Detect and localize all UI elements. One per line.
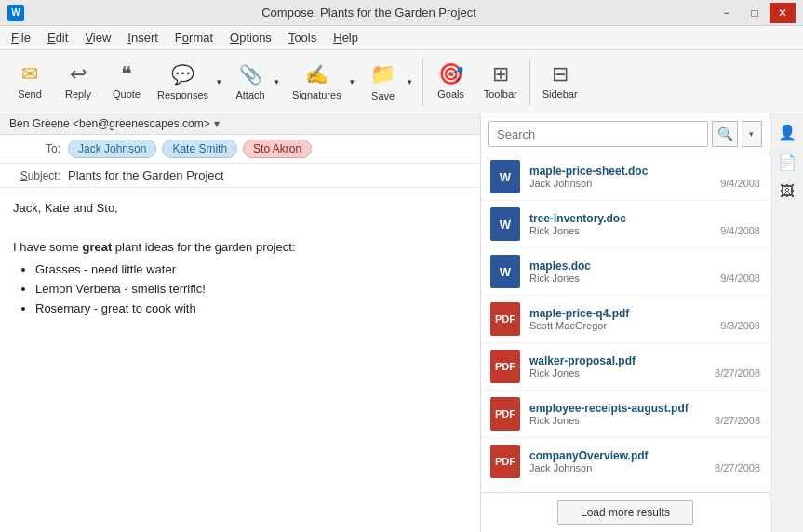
menu-file[interactable]: File: [4, 28, 38, 47]
file-name: maples.doc: [529, 259, 760, 273]
file-item[interactable]: PDFcompanyOverview.pdfJack Johnson8/27/2…: [481, 438, 770, 485]
file-item[interactable]: Wmaples.docRick Jones9/4/2008: [481, 248, 770, 296]
toolbar: ✉ Send ↩ Reply ❝ Quote 💬 Responses ▾ 📎 A…: [0, 50, 803, 113]
body-greeting: Jack, Kate and Sto,: [13, 199, 467, 219]
search-dropdown-button[interactable]: ▾: [742, 121, 762, 147]
file-item[interactable]: PDFwalker-proposal.pdfRick Jones8/27/200…: [481, 343, 770, 391]
file-author: Jack Johnson: [529, 178, 592, 189]
save-split-button: 📁 Save ▾: [363, 55, 417, 109]
reply-icon: ↩: [70, 64, 87, 85]
file-type-icon: W: [490, 207, 520, 241]
menu-insert[interactable]: Insert: [120, 28, 166, 47]
file-type-icon: PDF: [490, 397, 520, 431]
signatures-icon: ✍: [305, 63, 328, 86]
file-name: maple-price-q4.pdf: [529, 307, 760, 320]
subject-row: Subject:: [0, 164, 480, 188]
menu-help[interactable]: Help: [326, 28, 366, 47]
attach-split-button: 📎 Attach ▾: [230, 55, 284, 109]
side-image-button[interactable]: 🖼: [773, 179, 801, 205]
goals-icon: 🎯: [438, 64, 463, 85]
signatures-split-button: ✍ Signatures ▾: [288, 55, 359, 109]
file-date: 9/3/2008: [720, 320, 760, 331]
titlebar: W Compose: Plants for the Garden Project…: [0, 0, 803, 26]
reply-button[interactable]: ↩ Reply: [56, 55, 100, 109]
close-button[interactable]: ✕: [770, 3, 796, 23]
list-item: Grasses - need little water: [35, 260, 467, 280]
subject-input[interactable]: [68, 168, 471, 182]
file-author: Rick Jones: [529, 273, 580, 284]
search-input[interactable]: [488, 121, 708, 147]
body-intro: I have some great plant ideas for the ga…: [13, 238, 467, 258]
file-item[interactable]: PDFemployee-receipts-august.pdfRick Jone…: [481, 391, 770, 438]
signatures-button[interactable]: ✍ Signatures: [288, 55, 346, 109]
signatures-dropdown-arrow[interactable]: ▾: [346, 55, 359, 109]
file-name: walker-proposal.pdf: [529, 354, 760, 367]
send-button[interactable]: ✉ Send: [7, 55, 52, 109]
save-dropdown-arrow[interactable]: ▾: [404, 55, 417, 109]
file-date: 8/27/2008: [715, 462, 760, 473]
menu-tools[interactable]: Tools: [281, 28, 324, 47]
menu-options[interactable]: Options: [222, 28, 279, 47]
save-button[interactable]: 📁 Save: [363, 55, 404, 109]
file-type-icon: W: [490, 160, 520, 193]
toolbar-icon: ⊞: [492, 64, 509, 85]
file-list: Wmaple-price-sheet.docJack Johnson9/4/20…: [481, 153, 770, 492]
recipient-chip-jack[interactable]: Jack Johnson: [68, 140, 156, 158]
menu-view[interactable]: View: [77, 28, 118, 47]
recipient-chip-kate[interactable]: Kate Smith: [162, 140, 237, 158]
side-icons: 👤 📄 🖼: [770, 113, 803, 532]
quote-button[interactable]: ❝ Quote: [104, 55, 149, 109]
file-name: companyOverview.pdf: [529, 449, 760, 462]
sender-dropdown[interactable]: ▾: [214, 117, 220, 130]
goals-button[interactable]: 🎯 Goals: [429, 55, 474, 109]
right-panel: 🔍 ▾ Wmaple-price-sheet.docJack Johnson9/…: [481, 113, 770, 532]
load-more-button[interactable]: Load more results: [557, 500, 693, 525]
toolbar-button[interactable]: ⊞ Toolbar: [477, 55, 524, 109]
window-title: Compose: Plants for the Garden Project: [24, 6, 714, 20]
file-date: 9/4/2008: [720, 225, 760, 236]
toolbar-separator: [422, 58, 423, 106]
side-note-button[interactable]: 📄: [773, 149, 801, 175]
attach-dropdown-arrow[interactable]: ▾: [271, 55, 284, 109]
menu-edit[interactable]: Edit: [40, 28, 75, 47]
to-label: To:: [9, 142, 60, 155]
file-date: 8/27/2008: [715, 367, 760, 379]
search-button[interactable]: 🔍: [712, 121, 738, 147]
attach-button[interactable]: 📎 Attach: [230, 55, 271, 109]
responses-split-button: 💬 Responses ▾: [153, 55, 226, 109]
sidebar-icon: ⊟: [552, 64, 569, 85]
file-date: 9/4/2008: [720, 273, 760, 284]
responses-dropdown-arrow[interactable]: ▾: [213, 55, 226, 109]
compose-body[interactable]: Jack, Kate and Sto, I have some great pl…: [0, 188, 480, 532]
to-row: To: Jack Johnson Kate Smith Sto Akron: [0, 135, 480, 164]
window-controls: − □ ✕: [714, 3, 796, 23]
compose-area: Ben Greene <ben@greenescapes.com> ▾ To: …: [0, 113, 481, 532]
to-chips: Jack Johnson Kate Smith Sto Akron: [68, 140, 312, 158]
minimize-button[interactable]: −: [714, 3, 740, 23]
save-icon: 📁: [370, 62, 395, 86]
maximize-button[interactable]: □: [742, 3, 768, 23]
file-type-icon: PDF: [490, 350, 520, 383]
quote-icon: ❝: [121, 64, 132, 85]
file-item[interactable]: Wtree-inventory.docRick Jones9/4/2008: [481, 201, 770, 248]
file-name: maple-price-sheet.doc: [529, 165, 760, 178]
file-item[interactable]: Wmaple-price-sheet.docJack Johnson9/4/20…: [481, 153, 770, 201]
load-more-bar: Load more results: [481, 492, 770, 532]
sidebar-button[interactable]: ⊟ Sidebar: [536, 55, 584, 109]
menu-format[interactable]: Format: [167, 28, 221, 47]
image-icon: 🖼: [780, 183, 795, 200]
sender-bar: Ben Greene <ben@greenescapes.com> ▾: [0, 113, 480, 135]
attach-icon: 📎: [239, 63, 262, 86]
file-author: Jack Johnson: [529, 462, 592, 473]
file-item[interactable]: PDFmaple-price-q4.pdfScott MacGregor9/3/…: [481, 296, 770, 343]
responses-button[interactable]: 💬 Responses: [153, 55, 213, 109]
file-date: 9/4/2008: [720, 178, 760, 189]
note-icon: 📄: [778, 153, 796, 171]
recipient-chip-sto[interactable]: Sto Akron: [243, 140, 312, 158]
file-author: Rick Jones: [529, 415, 580, 426]
file-name: employee-receipts-august.pdf: [529, 402, 760, 415]
file-type-icon: PDF: [490, 302, 520, 336]
file-type-icon: PDF: [490, 445, 520, 478]
side-contact-button[interactable]: 👤: [773, 119, 801, 145]
contact-icon: 👤: [778, 124, 796, 141]
